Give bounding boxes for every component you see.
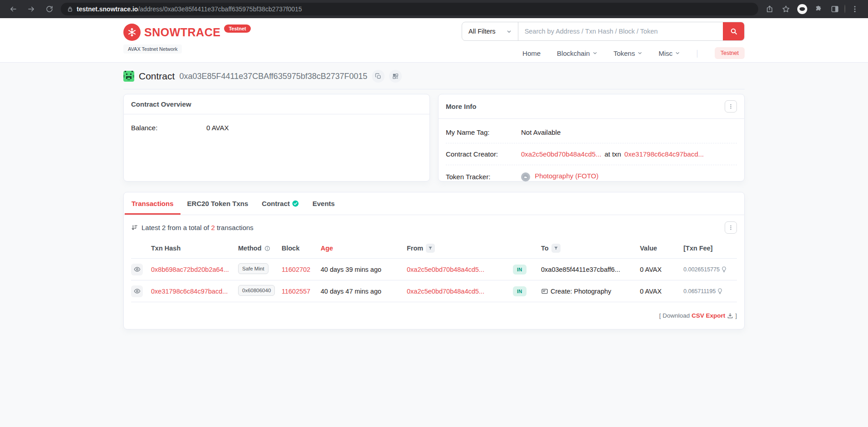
more-info-card-title: More Info [446,103,477,110]
sort-icon[interactable] [131,224,138,231]
verified-check-icon [292,200,299,207]
search-filter-select[interactable]: All Filters [462,22,518,40]
contract-overview-card: Contract Overview Balance: 0 AVAX [123,94,430,182]
kebab-menu-icon [728,103,734,109]
nav-blockchain[interactable]: Blockchain [557,49,597,57]
tx-row: 0xe31798c6c84c97bacd... 0x60806040 11602… [131,280,737,302]
token-tracker-link[interactable]: Photography (FOTO) [535,172,599,180]
tx-row: 0x8b698ac72bd20b2a64... Safe Mint 116027… [131,259,737,280]
from-address-link[interactable]: 0xa2c5e0bd70b48a4cd5... [407,288,513,295]
qr-code-button[interactable] [389,70,402,83]
nav-misc[interactable]: Misc [658,49,680,57]
tx-panel-menu-button[interactable] [725,221,737,234]
txn-hash-link[interactable]: 0xe31798c6c84c97bacd... [151,288,238,295]
tab-transactions[interactable]: Transactions [125,192,180,215]
value-text: 0 AVAX [640,266,683,273]
tx-preview-button[interactable] [131,264,143,275]
txn-hash-link[interactable]: 0x8b698ac72bd20b2a64... [151,266,238,273]
tx-summary-text: Latest 2 from a total of 2 transactions [141,224,254,231]
network-label: AVAX Testnet Network [123,44,182,54]
search-bar: All Filters [462,22,745,41]
search-button[interactable] [723,22,745,41]
contract-creator-address-link[interactable]: 0xa2c5e0bd70b48a4cd5... [521,150,601,158]
col-age[interactable]: Age [321,245,407,252]
txn-fee-text: 0.065711195 [683,288,716,294]
back-icon[interactable] [6,2,20,16]
to-filter-button[interactable] [551,244,561,253]
chevron-down-icon [638,51,642,55]
tab-contract[interactable]: Contract [255,192,306,215]
tab-erc20-token-txns[interactable]: ERC20 Token Txns [180,192,255,215]
chevron-down-icon [675,51,680,55]
token-logo-icon [521,172,530,182]
gas-lightbulb-icon [717,288,723,294]
search-input[interactable] [518,22,723,40]
name-tag-label: My Name Tag: [446,128,521,136]
age-text: 40 days 39 mins ago [321,266,407,273]
filter-funnel-icon [554,246,558,250]
browser-menu-icon[interactable] [848,2,862,16]
address-bar[interactable]: testnet.snowtrace.io/address/0xa03e85f44… [61,3,758,15]
brand-name: SNOWTRACE [144,24,220,41]
reload-icon[interactable] [43,2,56,16]
more-info-card: More Info My Name Tag: Not Available Con… [438,94,745,182]
page-title: Contract [139,71,175,82]
browser-chrome: testnet.snowtrace.io/address/0xa03e85f44… [0,0,868,18]
copy-icon [375,73,381,79]
col-block: Block [282,245,321,252]
more-info-menu-button[interactable] [725,100,737,113]
at-txn-text: at txn [605,150,621,158]
block-link[interactable]: 11602557 [282,288,321,295]
csv-export-link[interactable]: CSV Export [692,312,725,319]
transactions-panel: Transactions ERC20 Token Txns Contract E… [123,192,745,329]
url-host: testnet.snowtrace.io [77,5,138,13]
chevron-down-icon [593,51,597,55]
overview-card-title: Contract Overview [131,100,191,108]
tab-events[interactable]: Events [306,192,341,215]
address-blockie-avatar [123,71,134,82]
extensions-puzzle-icon[interactable] [812,2,825,16]
tx-table-header: Txn Hash Method Block Age From To Value … [131,238,737,259]
kebab-menu-icon [728,225,734,231]
col-value: Value [640,245,683,252]
col-txn-hash: Txn Hash [151,245,238,252]
creation-txn-link[interactable]: 0xe31798c6c84c97bacd... [624,150,704,158]
value-text: 0 AVAX [640,288,683,295]
download-prefix: [ Download [659,312,690,319]
testnet-network-button[interactable]: Testnet [715,47,745,59]
col-from: From [407,245,423,252]
info-icon[interactable] [264,245,270,251]
snowtrace-logo[interactable]: SNOWTRACE Testnet [123,24,251,41]
qr-code-icon [392,73,399,79]
token-tracker-label: Token Tracker: [446,173,521,181]
profile-avatar[interactable] [844,5,845,13]
contract-creation-icon [541,288,548,295]
nav-home[interactable]: Home [522,49,541,57]
balance-value: 0 AVAX [206,124,229,132]
download-suffix: ] [735,312,737,319]
contract-creator-label: Contract Creator: [446,150,521,158]
tx-preview-button[interactable] [131,285,143,297]
copy-address-button[interactable] [372,70,385,83]
block-link[interactable]: 11602702 [282,266,321,273]
main-nav: Home Blockchain Tokens Misc | Testnet [522,47,745,59]
col-to: To [541,245,549,252]
from-filter-button[interactable] [426,244,435,253]
col-txn-fee: [Txn Fee] [683,245,737,252]
col-method: Method [238,245,262,252]
nav-tokens[interactable]: Tokens [614,49,643,57]
owl-extension-icon[interactable] [795,2,809,16]
page-title-row: Contract 0xa03E85F4411e37CBAff635975bf38… [123,70,745,89]
bookmark-star-icon[interactable] [779,2,793,16]
share-icon[interactable] [763,2,776,16]
method-badge: Safe Mint [238,263,268,274]
url-path: /address/0xa03e85f4411e37cbaff635975bf38… [138,5,302,13]
side-panel-icon[interactable] [828,2,842,16]
csv-export-row: [ Download CSV Export ] [124,302,744,322]
chevron-down-icon [507,29,512,34]
snowflake-icon [123,24,141,41]
download-icon [727,313,733,319]
search-filter-label: All Filters [468,28,496,35]
forward-icon[interactable] [24,2,38,16]
from-address-link[interactable]: 0xa2c5e0bd70b48a4cd5... [407,266,513,273]
